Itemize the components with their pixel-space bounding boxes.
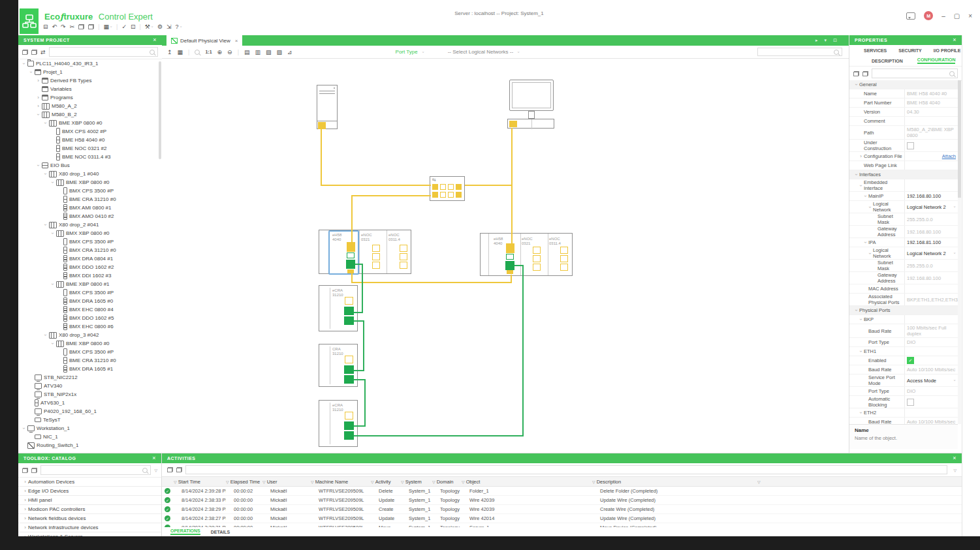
chevron-down-icon[interactable]: › (858, 316, 864, 322)
tabstrip-pop-icon[interactable]: ⊡ (833, 38, 837, 43)
tree-scrollbar[interactable] (159, 61, 161, 446)
cut-icon[interactable]: ✂ (70, 23, 75, 30)
tree-item-bmx-ehc-0800-6[interactable]: BMX EHC 0800 #6 (18, 322, 158, 331)
tree-item-bme-noc-0321-2[interactable]: BME NOC 0321 #2 (18, 144, 158, 153)
tree-item-bme-cra-31210-0[interactable]: BME CRA 31210 #0 (18, 356, 158, 365)
chevron-down-icon[interactable]: › (867, 204, 873, 210)
print-icon[interactable]: ⊟ (43, 23, 48, 30)
chevron-down-icon[interactable]: › (953, 380, 957, 381)
property-row-port-type[interactable]: Port TypeDIO (849, 338, 958, 347)
undo-icon[interactable]: ↶ (52, 23, 57, 30)
tree-item-bmx-cps-4002-p[interactable]: BMX CPS 4002 #P (18, 127, 158, 136)
route-wire-icon[interactable]: ⊿ (287, 49, 292, 55)
properties-search-input[interactable] (872, 69, 958, 78)
chevron-down-icon[interactable]: › (42, 222, 48, 228)
filter-icon[interactable]: ▽ (262, 480, 266, 484)
tree-item-stb-nip2x1x[interactable]: STB_NIP2x1x (18, 390, 158, 399)
tree-item-bmx-cps-3500-p[interactable]: BMX CPS 3500 #P (18, 237, 158, 246)
tree-item-bme-h58-4040-0[interactable]: BME H58 4040 #0 (18, 136, 158, 144)
tree-item-p4020-192-168-60-1[interactable]: P4020_192_168_60_1 (18, 407, 158, 416)
zoom-search-icon[interactable] (195, 50, 200, 55)
filter-icon[interactable]: ▽ (592, 480, 595, 484)
property-row-comment[interactable]: Comment (849, 117, 958, 126)
tree-item-bme-noc-0311-4-3[interactable]: BME NOC 0311.4 #3 (18, 153, 158, 161)
tab-details[interactable]: DETAILS (211, 530, 230, 534)
window-layout-icon[interactable]: ▦ (104, 23, 110, 30)
toolbox-search-input[interactable] (40, 465, 151, 475)
tree-item-bme-xbp-0800-0[interactable]: ›BME XBP 0800 #0 (18, 119, 158, 127)
paste-icon[interactable] (88, 24, 94, 29)
filter-icon[interactable]: ▽ (174, 480, 177, 484)
tree-item-bmx-ehc-0800-4[interactable]: BMX EHC 0800 #4 (18, 305, 158, 314)
close-panel-icon[interactable]: × (152, 455, 156, 461)
tree-item-variables[interactable]: Variables (18, 85, 158, 93)
minimize-button[interactable]: – (941, 12, 945, 20)
chevron-right-icon[interactable]: › (35, 103, 41, 109)
chevron-down-icon[interactable]: › (35, 162, 41, 168)
property-row-eth2[interactable]: ›ETH2 (849, 408, 958, 418)
tree-item-bmx-ami-0800-1[interactable]: BMX AMI 0800 #1 (18, 204, 158, 212)
collapse-all-icon[interactable] (853, 71, 859, 76)
property-row-web-page-link[interactable]: Web Page Link (849, 161, 958, 170)
property-row-bkp[interactable]: ›BKP (849, 315, 958, 324)
chevron-down-icon[interactable]: › (50, 341, 55, 346)
activity-row[interactable]: ✓8/14/2024 2:39:28 PM00:00:02MickaëlWTFR… (162, 487, 962, 496)
export-view-icon[interactable]: ↥ (167, 49, 172, 55)
property-row-baud-rate[interactable]: Baud Rate100 Mbits/sec Full duplex (849, 324, 958, 338)
chevron-down-icon[interactable]: › (42, 171, 48, 177)
tree-item-bmx-ddo-1602-5[interactable]: BMX DDO 1602 #5 (18, 314, 158, 322)
redo-icon[interactable]: ↷ (61, 23, 66, 30)
sync-icon[interactable]: ⇄ (40, 49, 46, 55)
maximize-button[interactable]: ▢ (954, 12, 960, 20)
tab-configuration[interactable]: CONFIGURATION (917, 57, 956, 64)
copy-icon[interactable] (78, 24, 84, 29)
property-row-mainip[interactable]: ›MainIP192.168.80.100 (849, 192, 958, 201)
tree-item-bme-xbp-0800-0[interactable]: ›BME XBP 0800 #0 (18, 339, 158, 348)
tree-item-m580-a-2[interactable]: ›M580_A_2 (18, 102, 158, 110)
column-header-elapsed-time[interactable]: Elapsed Time (230, 479, 260, 485)
close-panel-icon[interactable]: × (953, 37, 956, 43)
tree-item-bmx-xbp-0800-0[interactable]: ›BMX XBP 0800 #0 (18, 229, 158, 237)
chevron-down-icon[interactable]: › (953, 206, 957, 207)
tree-item-bmx-cps-3500-p[interactable]: BMX CPS 3500 #P (18, 348, 158, 356)
filter-icon[interactable]: ▽ (462, 480, 465, 484)
chevron-down-icon[interactable]: › (862, 193, 868, 199)
tree-item-bmx-dra-0804-1[interactable]: BMX DRA 0804 #1 (18, 254, 158, 263)
chevron-right-icon[interactable]: › (35, 78, 41, 84)
tree-item-m580-b-2[interactable]: ›M580_B_2 (18, 110, 158, 119)
tab-i-o-profile[interactable]: I/O PROFILE (934, 48, 961, 53)
chevron-down-icon[interactable]: › (858, 183, 864, 189)
expand-icon[interactable]: ⇲ (166, 23, 172, 30)
column-header-start-time[interactable]: Start Time (178, 479, 200, 485)
property-row-associated-physical-ports[interactable]: Associated Physical PortsBKP,ETH1,ETH2,E… (849, 294, 958, 306)
column-header-domain[interactable]: Domain (437, 479, 454, 485)
close-panel-icon[interactable]: × (953, 455, 956, 461)
expand-all-icon[interactable] (31, 468, 37, 473)
align-bottom-icon[interactable]: ▨ (277, 49, 283, 55)
grid-icon[interactable]: ▦ (178, 49, 183, 55)
collapse-all-icon[interactable] (22, 468, 28, 473)
property-row-under-construction[interactable]: Under Construction (849, 140, 958, 152)
property-row-enabled[interactable]: Enabled✓ (849, 356, 958, 365)
expand-all-icon[interactable] (31, 50, 37, 55)
property-row-ipa[interactable]: ›IPA192.168.81.100 (849, 238, 958, 247)
screen-icon[interactable]: ⊡ (131, 23, 136, 30)
expand-all-icon[interactable] (176, 467, 182, 472)
tree-item-workstation-1[interactable]: ›Workstation_1 (18, 424, 158, 433)
property-row-part-number[interactable]: Part NumberBME H58 4040 (849, 99, 958, 108)
port-type-dropdown[interactable]: Port Type (396, 49, 418, 55)
collapse-all-icon[interactable] (22, 50, 28, 55)
tree-item-x80-drop-3-042[interactable]: ›X80 drop_3 #042 (18, 331, 158, 339)
property-row-gateway-address[interactable]: Gateway Address192.168.80.100 (849, 226, 958, 238)
property-row-port-type[interactable]: Port TypeDIO (849, 387, 958, 396)
toolbox-item-network-fieldbus-devices[interactable]: ›Network fieldbus devices (18, 514, 161, 523)
tree-item-x80-drop-1-040[interactable]: ›X80 drop_1 #040 (18, 170, 158, 178)
workstation-base[interactable] (507, 119, 554, 129)
align-top-icon[interactable]: ▧ (266, 49, 272, 55)
tree-item-eio-bus[interactable]: ›EIO Bus (18, 161, 158, 170)
toolbox-item-edge-i-o-devices[interactable]: ›Edge I/O Devices (18, 487, 161, 496)
checkbox-checked-icon[interactable]: ✓ (907, 357, 914, 364)
chevron-down-icon[interactable]: › (858, 410, 864, 416)
filter-icon[interactable]: ▽ (226, 480, 229, 484)
zoom-actual-label[interactable]: 1:1 (205, 50, 212, 54)
